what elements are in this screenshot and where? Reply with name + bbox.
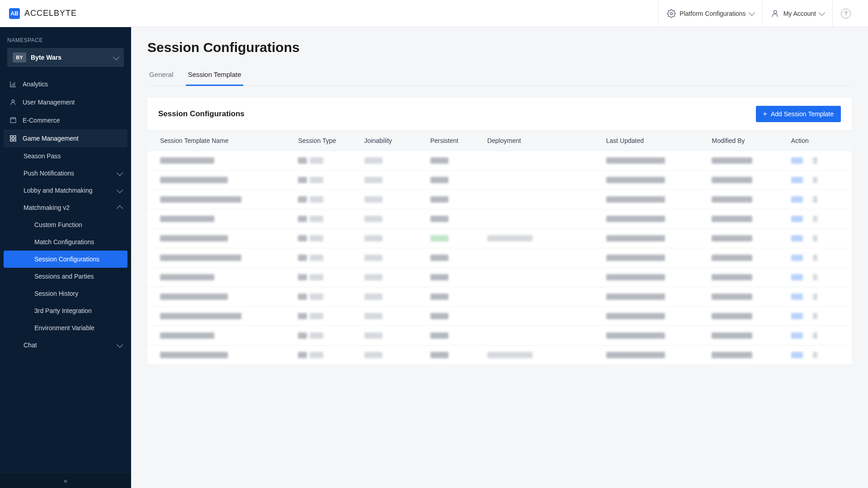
col-last-updated: Last Updated	[601, 131, 707, 151]
sidebar-item-chat[interactable]: Chat	[0, 336, 131, 354]
my-account-menu[interactable]: My Account	[762, 0, 832, 27]
sidebar-item-sessions-parties[interactable]: Sessions and Parties	[0, 268, 131, 285]
cell-session-type	[292, 326, 359, 346]
sidebar-item-lobby-matchmaking[interactable]: Lobby and Matchmaking	[0, 182, 131, 199]
table-row	[147, 307, 852, 326]
cell-action[interactable]	[786, 326, 852, 346]
help-button[interactable]: ?	[832, 0, 859, 27]
sidebar-item-label: Session Configurations	[34, 256, 99, 263]
cell-deployment	[482, 287, 601, 307]
cell-modified-by	[706, 326, 785, 346]
help-icon: ?	[841, 9, 851, 19]
sidebar-item-environment-variable[interactable]: Environment Variable	[0, 319, 131, 336]
cell-action[interactable]	[786, 229, 852, 248]
cell-action[interactable]	[786, 346, 852, 365]
sidebar-item-label: Matchmaking v2	[24, 204, 70, 211]
cell-last-updated	[601, 268, 707, 287]
add-session-template-button[interactable]: + Add Session Template	[756, 106, 841, 122]
cell-session-type	[292, 268, 359, 287]
store-icon	[9, 116, 17, 124]
tab-session-template[interactable]: Session Template	[186, 66, 243, 86]
cell-joinability	[359, 307, 425, 326]
sidebar: NAMESPACE BY Byte Wars Analytics	[0, 27, 131, 488]
sidebar-item-matchmaking-v2[interactable]: Matchmaking v2	[0, 199, 131, 216]
cell-name	[147, 171, 292, 190]
chevron-down-icon	[117, 341, 123, 347]
namespace-selector[interactable]: BY Byte Wars	[7, 48, 124, 67]
sidebar-item-label: 3rd Party Integration	[34, 307, 92, 314]
cell-last-updated	[601, 346, 707, 365]
sidebar-item-push-notifications[interactable]: Push Notifications	[0, 165, 131, 182]
table-row	[147, 171, 852, 190]
sidebar-item-analytics[interactable]: Analytics	[0, 75, 131, 93]
cell-session-type	[292, 209, 359, 229]
sidebar-item-game-management[interactable]: Game Management	[4, 129, 127, 147]
svg-rect-5	[14, 136, 16, 138]
platform-configurations-menu[interactable]: Platform Configurations	[658, 0, 762, 27]
sidebar-item-session-configurations[interactable]: Session Configurations	[4, 251, 127, 268]
cell-action[interactable]	[786, 151, 852, 171]
cell-modified-by	[706, 229, 785, 248]
cell-action[interactable]	[786, 248, 852, 268]
table-row	[147, 287, 852, 307]
cell-last-updated	[601, 248, 707, 268]
sidebar-item-label: Analytics	[23, 81, 48, 88]
cell-deployment	[482, 229, 601, 248]
sidebar-item-custom-function[interactable]: Custom Function	[0, 216, 131, 233]
user-icon	[771, 9, 780, 18]
cell-joinability	[359, 268, 425, 287]
chevron-down-icon	[749, 9, 755, 16]
chevron-down-icon	[117, 169, 123, 175]
cell-deployment	[482, 190, 601, 209]
namespace-name: Byte Wars	[31, 54, 109, 61]
cell-action[interactable]	[786, 190, 852, 209]
cell-action[interactable]	[786, 209, 852, 229]
sidebar-item-label: Lobby and Matchmaking	[24, 187, 93, 194]
cell-deployment	[482, 346, 601, 365]
sidebar-item-session-history[interactable]: Session History	[0, 285, 131, 302]
cell-persistent	[425, 151, 482, 171]
cell-joinability	[359, 287, 425, 307]
svg-point-0	[670, 12, 673, 14]
header: AB ACCELBYTE Platform Configurations My …	[0, 0, 868, 27]
table-row	[147, 229, 852, 248]
logo[interactable]: AB ACCELBYTE	[9, 8, 77, 19]
sidebar-collapse-button[interactable]: «	[0, 473, 131, 488]
sidebar-item-season-pass[interactable]: Season Pass	[0, 147, 131, 165]
cell-last-updated	[601, 209, 707, 229]
cell-action[interactable]	[786, 171, 852, 190]
sidebar-item-user-management[interactable]: User Management	[0, 93, 131, 111]
cell-name	[147, 209, 292, 229]
sidebar-item-match-configurations[interactable]: Match Configurations	[0, 233, 131, 251]
sidebar-item-e-commerce[interactable]: E-Commerce	[0, 111, 131, 129]
cell-name	[147, 151, 292, 171]
cell-joinability	[359, 151, 425, 171]
sidebar-item-label: User Management	[23, 99, 75, 106]
svg-rect-7	[14, 139, 16, 141]
cell-session-type	[292, 229, 359, 248]
svg-rect-4	[10, 136, 13, 138]
logo-text: ACCELBYTE	[24, 9, 77, 18]
cell-last-updated	[601, 287, 707, 307]
tabs: General Session Template	[147, 66, 852, 86]
cell-last-updated	[601, 307, 707, 326]
session-templates-table: Session Template Name Session Type Joina…	[147, 130, 852, 365]
sidebar-item-third-party-integration[interactable]: 3rd Party Integration	[0, 302, 131, 319]
cell-action[interactable]	[786, 268, 852, 287]
cell-modified-by	[706, 268, 785, 287]
sidebar-item-label: Session History	[34, 290, 78, 297]
cell-session-type	[292, 171, 359, 190]
col-session-type: Session Type	[292, 131, 359, 151]
col-modified-by: Modified By	[706, 131, 785, 151]
cell-deployment	[482, 326, 601, 346]
cell-persistent	[425, 326, 482, 346]
cell-persistent	[425, 229, 482, 248]
cell-persistent	[425, 209, 482, 229]
cell-deployment	[482, 307, 601, 326]
col-joinability: Joinability	[359, 131, 425, 151]
cell-action[interactable]	[786, 287, 852, 307]
tab-general[interactable]: General	[147, 66, 175, 86]
cell-persistent	[425, 268, 482, 287]
cell-action[interactable]	[786, 307, 852, 326]
gear-icon	[667, 9, 676, 18]
